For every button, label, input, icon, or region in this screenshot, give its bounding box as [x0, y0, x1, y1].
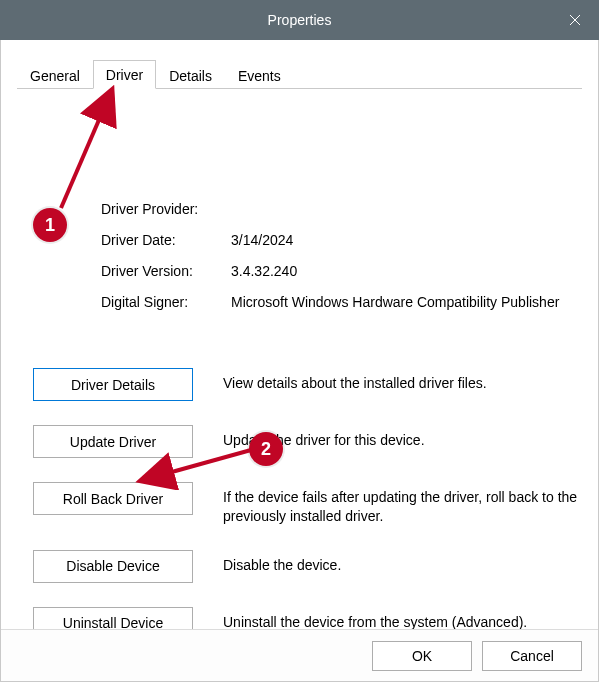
tab-driver[interactable]: Driver [93, 60, 156, 89]
date-value: 3/14/2024 [231, 231, 578, 250]
close-icon [569, 14, 581, 26]
provider-label: Driver Provider: [101, 200, 231, 219]
signer-label: Digital Signer: [101, 293, 231, 312]
annotation-arrow-1 [51, 80, 141, 220]
disable-device-button[interactable]: Disable Device [33, 550, 193, 583]
svg-line-0 [61, 92, 111, 208]
annotation-step-2: 2 [249, 432, 283, 466]
version-label: Driver Version: [101, 262, 231, 281]
dialog-footer: OK Cancel [1, 629, 598, 681]
roll-back-driver-button[interactable]: Roll Back Driver [33, 482, 193, 515]
roll-back-driver-desc: If the device fails after updating the d… [223, 482, 578, 526]
tab-events[interactable]: Events [225, 61, 294, 89]
driver-actions: Driver Details View details about the in… [33, 368, 578, 664]
uninstall-device-desc: Uninstall the device from the system (Ad… [223, 607, 578, 632]
tab-general[interactable]: General [17, 61, 93, 89]
signer-value: Microsoft Windows Hardware Compatibility… [231, 293, 578, 312]
disable-device-desc: Disable the device. [223, 550, 578, 575]
titlebar: Properties [0, 0, 599, 40]
annotation-step-1: 1 [33, 208, 67, 242]
driver-details-desc: View details about the installed driver … [223, 368, 578, 393]
driver-details-button[interactable]: Driver Details [33, 368, 193, 401]
tab-details[interactable]: Details [156, 61, 225, 89]
ok-button[interactable]: OK [372, 641, 472, 671]
window-body: General Driver Details Events Driver Pro… [0, 40, 599, 682]
date-label: Driver Date: [101, 231, 231, 250]
version-value: 3.4.32.240 [231, 262, 578, 281]
cancel-button[interactable]: Cancel [482, 641, 582, 671]
window-title: Properties [268, 12, 332, 28]
update-driver-button[interactable]: Update Driver [33, 425, 193, 458]
driver-info: Driver Provider: Driver Date: 3/14/2024 … [101, 200, 578, 324]
provider-value [231, 200, 578, 219]
tab-bar: General Driver Details Events [17, 59, 582, 89]
close-button[interactable] [551, 0, 599, 40]
